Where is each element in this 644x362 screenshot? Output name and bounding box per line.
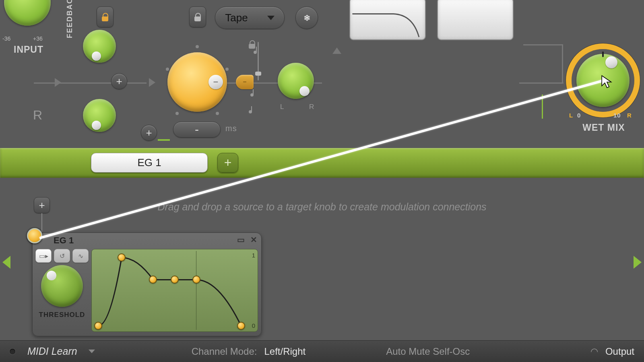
midi-led — [10, 349, 15, 354]
auto-mute-button[interactable]: Auto Mute Self-Osc — [386, 346, 470, 357]
wetmix-right-lbl: R — [627, 112, 632, 119]
pan-right-label: R — [309, 103, 314, 111]
envelope-node[interactable] — [149, 276, 157, 284]
add-button[interactable]: + — [141, 125, 157, 141]
route-line — [562, 44, 563, 82]
knob-tick — [196, 45, 199, 48]
freeze-icon: ❄ — [303, 13, 310, 23]
eg-envelope-editor[interactable]: 1 0 — [91, 249, 258, 332]
plus-icon: + — [224, 155, 232, 170]
eg-curve-button[interactable]: ∿ — [72, 249, 89, 263]
output-label: Output — [605, 346, 634, 357]
route-line — [519, 82, 564, 84]
delay-value: - — [195, 123, 199, 136]
plus-icon: + — [116, 75, 122, 88]
input-scale-right: +36 — [33, 35, 43, 42]
wetmix-right-val: 10 — [613, 112, 621, 119]
input-knob[interactable] — [4, 0, 51, 26]
sync-slider-thumb[interactable] — [255, 72, 261, 76]
auto-mute-label: Auto Mute Self-Osc — [386, 346, 470, 357]
channel-mode-button[interactable]: Channel Mode: Left/Right — [192, 346, 306, 357]
pan-knob[interactable] — [278, 63, 314, 99]
freeze-button[interactable]: ❄ — [295, 6, 318, 29]
bottom-bar: MIDI Learn Channel Mode: Left/Right Auto… — [0, 340, 644, 362]
knob-tick — [175, 112, 179, 115]
pan-left-label: L — [280, 103, 284, 111]
feedback-knob-a[interactable] — [83, 30, 116, 63]
eg-threshold-label: THRESHOLD — [39, 311, 85, 319]
route-arrow-up-icon — [332, 47, 341, 54]
wetmix-knob[interactable] — [576, 54, 630, 107]
channel-mode-value: Left/Right — [264, 346, 305, 357]
route-line — [523, 44, 562, 45]
filter-display-2[interactable] — [437, 0, 514, 40]
wetmix-label: WET MIX — [576, 122, 632, 133]
lock-open-icon — [194, 13, 201, 21]
output-button[interactable]: ◠ Output — [590, 346, 634, 357]
headphones-icon: ◠ — [590, 346, 598, 357]
knob-tick — [225, 68, 229, 71]
eg-save-button[interactable]: ▭ — [236, 235, 245, 244]
scroll-right-button[interactable] — [634, 256, 642, 269]
channel-mode-label: Channel Mode: — [192, 346, 257, 357]
midi-learn-label: MIDI Learn — [27, 346, 77, 357]
save-icon: ▭ — [237, 235, 245, 245]
envelope-node[interactable] — [94, 322, 102, 330]
level-indicator — [542, 95, 543, 119]
mod-tab-bar: EG 1 + — [0, 148, 644, 178]
feedback-label: FEEDBAC — [66, 0, 74, 38]
fb-lock-button[interactable] — [97, 6, 114, 27]
plus-icon: + — [146, 127, 152, 139]
delay-fine-nub[interactable]: − — [236, 75, 254, 89]
envelope-node[interactable] — [118, 253, 126, 261]
tab-label: EG 1 — [137, 156, 161, 169]
channel-indicator: R — [33, 108, 43, 123]
envelope-node[interactable] — [171, 276, 179, 284]
delay-value-field[interactable]: - — [173, 121, 221, 138]
wetmix-left-lbl: L — [569, 112, 573, 119]
input-scale-left: -36 — [2, 35, 10, 42]
sum-button[interactable]: + — [111, 73, 127, 89]
close-icon: ✕ — [250, 235, 257, 245]
delay-time-knob[interactable]: − — [167, 52, 227, 112]
eg-module: EG 1 ▭ ✕ ▭▸ ↺ ∿ THRESHOLD 1 0 — [32, 232, 262, 336]
mod-tab-eg1[interactable]: EG 1 — [91, 153, 208, 173]
delay-unit: ms — [225, 124, 237, 133]
eg-close-button[interactable]: ✕ — [249, 235, 258, 244]
envelope-node[interactable] — [192, 276, 200, 284]
knob-tick — [166, 68, 169, 71]
eg-title: EG 1 — [54, 235, 74, 246]
route-line — [34, 82, 147, 84]
envelope-node[interactable] — [237, 322, 245, 330]
wetmix-left-val: 0 — [577, 112, 581, 119]
input-label: INPUT — [6, 44, 51, 55]
eg-loop-button[interactable]: ↺ — [54, 249, 70, 263]
knob-tick — [216, 112, 219, 115]
add-mod-tab-button[interactable]: + — [217, 153, 238, 173]
midi-learn-button[interactable]: MIDI Learn — [27, 346, 95, 357]
eg-trigger-button[interactable]: ▭▸ — [35, 249, 52, 263]
route-arrow-icon — [55, 78, 61, 87]
delay-lock-button[interactable] — [189, 6, 206, 27]
feedback-knob-b[interactable] — [83, 99, 116, 132]
scroll-left-button[interactable] — [2, 256, 10, 269]
chevron-down-icon — [89, 350, 95, 353]
level-indicator — [158, 139, 170, 141]
filter-display-1[interactable] — [349, 0, 426, 40]
chevron-down-icon — [267, 16, 275, 20]
delay-preset-select[interactable]: Tape — [215, 6, 285, 29]
route-arrow-icon — [149, 78, 155, 87]
delay-preset-value: Tape — [225, 12, 248, 24]
lock-icon — [102, 13, 108, 21]
eg-threshold-knob[interactable] — [41, 265, 83, 307]
wetmix-tick — [602, 51, 604, 57]
mod-hint-text: Drag and drop a source to a target knob … — [0, 201, 644, 213]
